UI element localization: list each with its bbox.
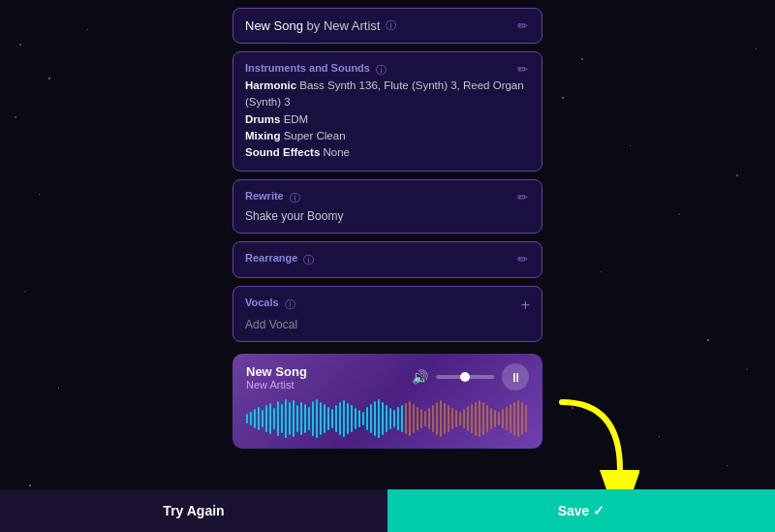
volume-icon: 🔊 [412,369,428,385]
rewrite-label: Rewrite [245,190,284,202]
rearrange-edit-icon[interactable]: ✏ [515,252,530,266]
player-top: New Song New Artist 🔊 ⏸ [246,363,529,391]
rewrite-info-icon[interactable]: ⓘ [290,191,300,205]
volume-thumb [460,372,470,382]
waveform[interactable] [246,398,529,439]
main-content: New Song by New Artist ⓘ ✏ Instruments a… [0,0,775,532]
rewrite-card: Rewrite ⓘ ✏ Shake your Boomy [232,179,542,234]
song-name-text: New Song [245,18,303,33]
title-row: New Song by New Artist ⓘ [245,18,515,33]
artist-name-text: New Artist [324,18,381,33]
song-info-icon[interactable]: ⓘ [386,18,396,33]
vocals-label: Vocals [245,297,279,308]
add-vocal-text: Add Vocal [245,318,530,331]
drums-row: Drums EDM [245,111,530,128]
player-artist-name: New Artist [246,379,307,391]
instruments-info-icon[interactable]: ⓘ [376,63,387,78]
sound-effects-label: Sound Effects [245,146,320,158]
sound-effects-row: Sound Effects None [245,144,530,161]
mixing-row: Mixing Super Clean [245,128,530,144]
song-title-display: New Song by New Artist [245,18,380,33]
instruments-label: Instruments and Sounds [245,62,370,74]
instruments-edit-icon[interactable]: ✏ [515,62,530,77]
vocals-info-icon[interactable]: ⓘ [285,297,295,312]
rewrite-header: Rewrite ⓘ ✏ [245,190,530,205]
rearrange-card: Rearrange ⓘ ✏ [232,241,542,278]
mixing-label: Mixing [245,130,280,141]
song-title-card: New Song by New Artist ⓘ ✏ [232,8,542,44]
vocals-title-row: Vocals ⓘ [245,297,521,312]
player-song-info: New Song New Artist [246,364,307,391]
rewrite-edit-icon[interactable]: ✏ [515,190,530,204]
instruments-title-row: Instruments and Sounds ⓘ [245,62,515,78]
player-card: New Song New Artist 🔊 ⏸ [232,354,542,449]
instruments-header: Instruments and Sounds ⓘ ✏ [245,62,530,78]
rewrite-value: Shake your Boomy [245,209,530,223]
by-text: by [307,18,324,33]
harmonic-row: Harmonic Bass Synth 136, Flute (Synth) 3… [245,78,530,111]
player-song-name: New Song [246,364,307,379]
vocals-header: Vocals ⓘ + [245,297,530,314]
volume-slider[interactable] [436,375,494,379]
sound-effects-value: None [324,146,351,158]
card-header: New Song by New Artist ⓘ ✏ [245,18,530,33]
rearrange-title-row: Rearrange ⓘ [245,252,515,267]
harmonic-label: Harmonic [245,79,296,91]
instruments-card: Instruments and Sounds ⓘ ✏ Harmonic Bass… [232,51,542,172]
rearrange-label: Rearrange [245,252,297,264]
drums-value: EDM [284,113,309,125]
player-controls: 🔊 ⏸ [412,363,529,391]
drums-label: Drums [245,113,280,125]
play-pause-button[interactable]: ⏸ [502,363,529,391]
vocals-card: Vocals ⓘ + Add Vocal [232,286,542,342]
song-edit-icon[interactable]: ✏ [515,18,530,33]
rearrange-header: Rearrange ⓘ ✏ [245,252,530,267]
vocals-add-icon[interactable]: + [521,297,530,314]
instruments-content: Harmonic Bass Synth 136, Flute (Synth) 3… [245,78,530,161]
mixing-value: Super Clean [284,130,346,141]
rearrange-info-icon[interactable]: ⓘ [303,253,314,267]
rewrite-title-row: Rewrite ⓘ [245,190,515,205]
